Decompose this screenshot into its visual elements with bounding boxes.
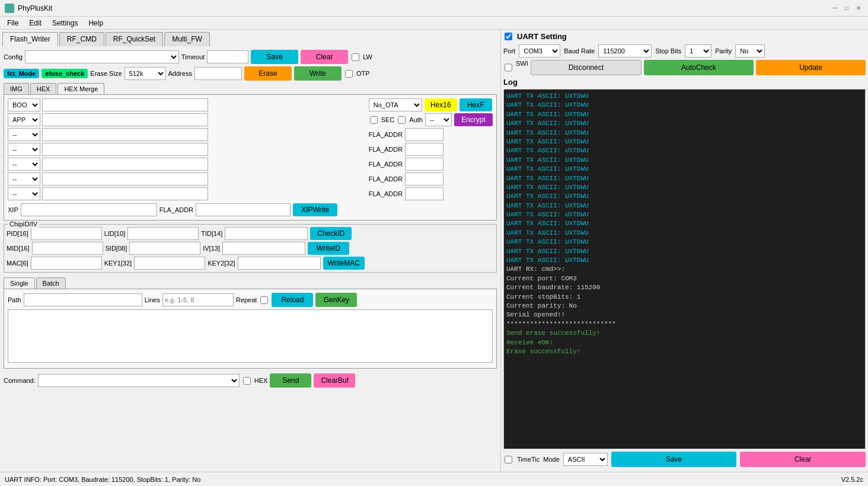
minimize-button[interactable]: ─ — [830, 4, 840, 13]
close-button[interactable]: ✕ — [854, 4, 863, 13]
autocheck-button[interactable]: AutoCheck — [644, 60, 754, 75]
extra-row-1: -- — [8, 128, 364, 141]
key1-input[interactable] — [134, 257, 205, 270]
save-button[interactable]: Save — [251, 50, 298, 64]
tab-hex[interactable]: HEX — [30, 83, 57, 94]
tab-single[interactable]: Single — [4, 277, 35, 289]
encrypt-button[interactable]: Encrypt — [454, 113, 493, 126]
fla-addr-input-3[interactable] — [405, 158, 443, 171]
tid-input[interactable] — [225, 227, 308, 240]
fla-addr-input-4[interactable] — [405, 172, 443, 186]
app-type-select[interactable]: APP — [8, 113, 40, 126]
extra-file-input-3[interactable] — [42, 158, 208, 171]
uart-enabled-checkbox[interactable] — [505, 33, 512, 40]
menu-file[interactable]: File — [2, 18, 23, 28]
right-panel: UART Setting Port COM3 Baud Rate 9600192… — [501, 30, 868, 472]
lines-input[interactable] — [162, 293, 234, 306]
mode-select[interactable]: ASCIIHEX — [563, 453, 608, 466]
write-button[interactable]: Write — [294, 66, 342, 81]
tab-flash-writer[interactable]: Flash_Writer — [2, 32, 58, 46]
log-save-button[interactable]: Save — [611, 452, 737, 467]
extra-type-select-4[interactable]: -- — [8, 172, 40, 186]
sec-checkbox[interactable] — [370, 116, 378, 124]
single-textarea[interactable] — [8, 309, 493, 363]
path-input[interactable] — [24, 293, 142, 306]
command-select[interactable] — [38, 374, 240, 387]
writeid-button[interactable]: WriteID — [308, 242, 349, 255]
genkey-button[interactable]: GenKey — [315, 293, 357, 307]
config-select[interactable] — [25, 50, 179, 63]
log-clear-button[interactable]: Clear — [740, 452, 866, 467]
fla-addr-input-5[interactable] — [405, 187, 443, 200]
sec-label: SEC — [381, 116, 395, 123]
checkid-button[interactable]: CheckID — [310, 227, 352, 240]
mac-input[interactable] — [31, 257, 102, 270]
erase-button[interactable]: Erase — [244, 66, 292, 81]
lw-checkbox[interactable] — [352, 53, 359, 61]
otp-label: OTP — [356, 70, 370, 77]
tab-batch[interactable]: Batch — [36, 277, 66, 289]
hex-command-checkbox[interactable] — [243, 377, 251, 385]
baud-rate-select[interactable]: 9600192003840057600115200230400 — [598, 44, 652, 57]
xip-input[interactable] — [21, 203, 157, 216]
fla-addr-xip-input[interactable] — [196, 203, 291, 216]
menu-settings[interactable]: Settings — [47, 18, 82, 28]
tab-multi-fw[interactable]: Multi_FW — [164, 32, 210, 46]
extra-file-input-5[interactable] — [42, 187, 208, 200]
fla-addr-input-1[interactable] — [405, 128, 443, 141]
address-input[interactable] — [194, 67, 242, 80]
extra-file-input-1[interactable] — [42, 128, 208, 141]
timeout-input[interactable]: 4000 — [207, 50, 248, 63]
fct-mode-badge[interactable]: fct_Mode — [4, 69, 39, 78]
app-file-input[interactable] — [42, 113, 208, 126]
restore-button[interactable]: □ — [842, 4, 851, 13]
key2-label: KEY2[32] — [208, 260, 235, 267]
tab-rf-quickset[interactable]: RF_QuickSet — [106, 32, 163, 46]
boo-file-input[interactable] — [42, 98, 208, 111]
swi-checkbox[interactable] — [505, 60, 512, 75]
stop-bits-select[interactable]: 1 — [685, 44, 711, 57]
hexf-button[interactable]: HexF — [459, 98, 492, 111]
pid-input[interactable] — [31, 227, 102, 240]
parity-select[interactable]: No — [735, 44, 765, 57]
extra-type-select-3[interactable]: -- — [8, 158, 40, 171]
mid-input[interactable] — [32, 242, 103, 255]
boo-type-select[interactable]: BOO — [8, 98, 40, 111]
port-select[interactable]: COM3 — [519, 44, 560, 57]
tab-img[interactable]: IMG — [4, 83, 29, 94]
extra-type-select-5[interactable]: -- — [8, 187, 40, 200]
efuse-check-badge[interactable]: efuse_check — [42, 69, 88, 78]
writemac-button[interactable]: WriteMAC — [323, 257, 365, 270]
menu-edit[interactable]: Edit — [24, 18, 46, 28]
extra-file-input-4[interactable] — [42, 172, 208, 186]
disconnect-button[interactable]: Disconnect — [531, 60, 642, 75]
auth-select[interactable]: -- — [425, 113, 452, 126]
lid-input[interactable] — [127, 227, 199, 240]
key2-input[interactable] — [238, 257, 321, 270]
extra-file-input-2[interactable] — [42, 143, 208, 156]
address-label: Address — [168, 70, 192, 77]
reload-button[interactable]: Reload — [272, 293, 313, 307]
tab-hex-merge[interactable]: HEX Merge — [58, 83, 104, 94]
ota-select[interactable]: No_OTA — [369, 98, 422, 111]
menu-help[interactable]: Help — [84, 18, 108, 28]
fla-addr-input-2[interactable] — [405, 143, 443, 156]
extra-row-2: -- — [8, 143, 364, 156]
erase-size-select[interactable]: 512k 256k 128k 64k — [125, 67, 166, 80]
auth-checkbox[interactable] — [398, 116, 406, 124]
iv-input[interactable] — [222, 242, 305, 255]
extra-type-select-1[interactable]: -- — [8, 128, 40, 141]
extra-row-5: -- — [8, 187, 364, 200]
clear-button[interactable]: Clear — [301, 50, 348, 64]
extra-type-select-2[interactable]: -- — [8, 143, 40, 156]
otp-checkbox[interactable] — [345, 70, 353, 78]
hex16-button[interactable]: Hex16 — [425, 98, 457, 111]
clearbuf-button[interactable]: ClearBuf — [314, 373, 355, 388]
xipwrite-button[interactable]: XIPWrite — [293, 203, 337, 216]
sid-input[interactable] — [129, 242, 200, 255]
send-button[interactable]: Send — [270, 373, 311, 388]
repeat-checkbox[interactable] — [260, 296, 268, 304]
timeticcheckbox[interactable] — [505, 456, 512, 463]
update-button[interactable]: Update — [756, 60, 866, 75]
tab-rf-cmd[interactable]: RF_CMD — [59, 32, 104, 46]
